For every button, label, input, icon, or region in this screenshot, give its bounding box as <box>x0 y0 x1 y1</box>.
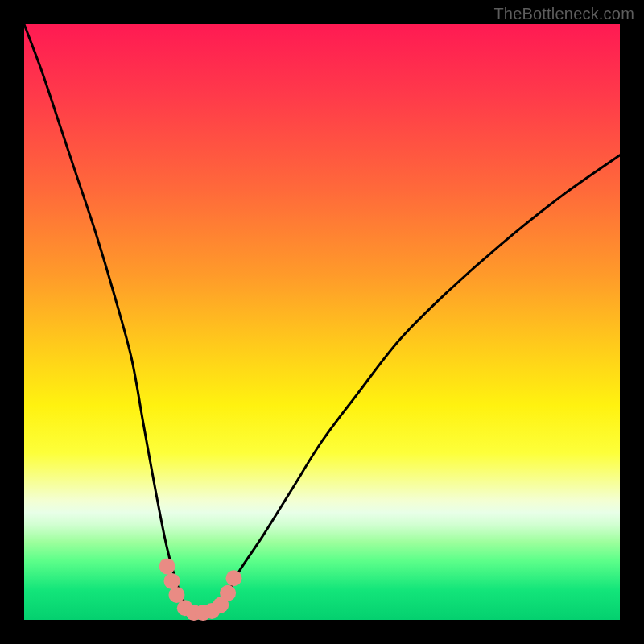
chart-frame: TheBottleneck.com <box>0 0 644 644</box>
marker-dot <box>220 585 236 601</box>
bottleneck-markers <box>159 558 242 621</box>
marker-dot <box>225 570 242 586</box>
bottleneck-curve <box>24 24 620 615</box>
marker-dot <box>159 558 175 574</box>
chart-svg <box>24 24 620 620</box>
marker-dot <box>164 573 180 589</box>
plot-area <box>24 24 620 620</box>
watermark-text: TheBottleneck.com <box>493 5 634 23</box>
